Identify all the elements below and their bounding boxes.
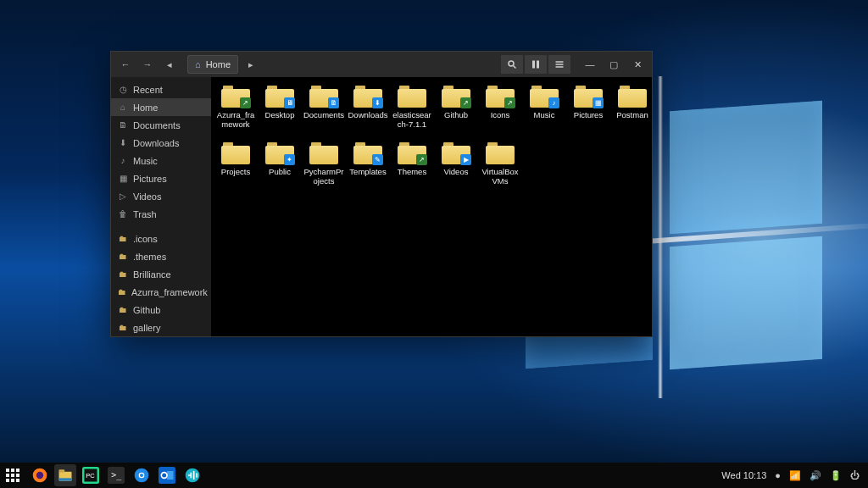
dock-pycharm[interactable]: PC — [80, 464, 102, 486]
folder-projects[interactable]: Projects — [214, 142, 257, 186]
sidebar-item-label: Pictures — [133, 174, 167, 184]
sidebar-bookmark--themes[interactable]: 🖿.themes — [111, 247, 211, 265]
maximize-button[interactable]: ▢ — [603, 55, 625, 74]
sidebar-item-label: .icons — [133, 234, 158, 244]
sidebar-item-documents[interactable]: 🗎Documents — [111, 116, 211, 134]
sidebar-item-label: gallery — [133, 323, 160, 333]
svg-rect-2 — [532, 61, 535, 69]
badge-icon: ✎ — [372, 154, 383, 165]
sidebar-bookmark-gallery[interactable]: 🖿gallery — [111, 319, 211, 336]
badge-icon: ▶ — [460, 154, 471, 165]
folder-public[interactable]: ✦ Public — [259, 142, 301, 186]
sidebar-item-videos[interactable]: ▷Videos — [111, 187, 211, 205]
folder-themes[interactable]: ↗ Themes — [391, 142, 433, 186]
sidebar-item-label: Github — [133, 305, 160, 315]
sidebar-item-label: Brilliance — [133, 269, 171, 280]
pic-icon: ▦ — [118, 174, 128, 183]
folder-virtualbox-vms[interactable]: VirtualBox VMs — [479, 142, 521, 186]
folder-downloads[interactable]: ⬇ Downloads — [347, 86, 389, 129]
folder-templates[interactable]: ✎ Templates — [347, 142, 389, 186]
folder-github[interactable]: ↗ Github — [435, 86, 477, 129]
svg-rect-11 — [59, 478, 72, 480]
badge-icon: ↗ — [416, 154, 427, 165]
badge-icon: ✦ — [284, 154, 295, 165]
view-toggle-button[interactable] — [525, 55, 547, 74]
sidebar-item-trash[interactable]: 🗑Trash — [111, 205, 211, 223]
folder-pycharmprojects[interactable]: PycharmProjects — [303, 142, 345, 186]
badge-icon: ♪ — [548, 97, 559, 108]
sidebar-bookmark-brilliance[interactable]: 🖿Brilliance — [111, 265, 211, 283]
path-bar[interactable]: ⌂ Home — [187, 55, 238, 74]
nav-forward-button[interactable]: → — [138, 55, 157, 74]
power-icon[interactable]: ⏻ — [850, 470, 860, 480]
nav-back-button[interactable]: ← — [116, 55, 135, 74]
folder-music[interactable]: ♪ Music — [523, 86, 565, 129]
folder-label: elasticsearch-7.1.1 — [391, 110, 433, 129]
svg-point-23 — [162, 474, 166, 478]
sidebar-bookmark--icons[interactable]: 🖿.icons — [111, 230, 211, 247]
battery-icon[interactable]: 🔋 — [830, 470, 842, 481]
folder-label: Documents — [303, 110, 344, 119]
folder-postman[interactable]: Postman — [611, 86, 652, 129]
taskbar: PC>_ Wed 10:13 ● 📶 🔊 🔋 ⏻ — [0, 463, 868, 488]
minimize-button[interactable]: — — [579, 55, 601, 74]
folder-icon: 🖿 — [118, 269, 128, 279]
sidebar-item-home[interactable]: ⌂Home — [111, 98, 211, 116]
sidebar-item-label: Trash — [133, 209, 157, 219]
sidebar-bookmark-github[interactable]: 🖿Github — [111, 301, 211, 319]
sidebar-item-label: Home — [133, 103, 158, 113]
folder-icon: 🖿 — [118, 305, 128, 314]
folder-desktop[interactable]: 🖥 Desktop — [259, 86, 301, 129]
clock[interactable]: Wed 10:13 — [721, 470, 766, 480]
dock-files[interactable] — [54, 464, 76, 486]
volume-icon[interactable]: 🔊 — [810, 470, 821, 481]
folder-label: VirtualBox VMs — [479, 167, 521, 186]
folder-azurra_framework[interactable]: ↗ Azurra_framework — [214, 86, 257, 129]
folder-pictures[interactable]: ▦ Pictures — [567, 86, 609, 129]
dock-outlook[interactable] — [156, 464, 178, 486]
sidebar-item-label: .themes — [133, 252, 166, 262]
folder-label: Downloads — [348, 110, 388, 119]
sidebar-item-music[interactable]: ♪Music — [111, 152, 211, 169]
folder-documents[interactable]: 🗎 Documents — [303, 86, 345, 129]
dock-audio[interactable] — [181, 464, 203, 486]
folder-label: Public — [269, 167, 291, 176]
folder-icon: ↗ — [221, 86, 250, 108]
svg-line-1 — [514, 66, 516, 69]
path-next-button[interactable]: ▸ — [242, 55, 260, 74]
status-dot-icon[interactable]: ● — [775, 470, 781, 480]
folder-elasticsearch-7-1-1[interactable]: elasticsearch-7.1.1 — [391, 86, 433, 129]
folder-label: Desktop — [265, 110, 295, 119]
folder-icon: ♪ — [530, 86, 559, 108]
svg-rect-3 — [537, 61, 539, 69]
folder-label: Templates — [349, 167, 386, 176]
sidebar-item-pictures[interactable]: ▦Pictures — [111, 169, 211, 187]
sidebar-bookmark-azurra_framework[interactable]: 🖿Azurra_framework — [111, 283, 211, 301]
network-icon[interactable]: 📶 — [789, 470, 801, 481]
close-button[interactable]: ✕ — [626, 55, 648, 74]
path-up-button[interactable]: ◂ — [160, 55, 179, 74]
folder-view: ↗ Azurra_framework 🖥 Desktop 🗎 Documents… — [211, 77, 652, 336]
sidebar-item-label: Videos — [133, 191, 161, 202]
svg-point-8 — [36, 472, 43, 479]
dock-firefox[interactable] — [29, 464, 51, 486]
folder-videos[interactable]: ▶ Videos — [435, 142, 477, 186]
sidebar-item-label: Azurra_framework — [131, 287, 208, 297]
clock-icon: ◷ — [118, 85, 128, 94]
folder-label: Icons — [491, 110, 510, 119]
dock-terminal[interactable]: >_ — [105, 464, 127, 486]
sidebar: ◷Recent⌂Home🗎Documents⬇Downloads♪Music▦P… — [111, 77, 211, 336]
svg-rect-21 — [167, 471, 174, 480]
folder-icons[interactable]: ↗ Icons — [479, 86, 521, 129]
search-button[interactable] — [501, 55, 523, 74]
folder-icon: ↗ — [398, 142, 426, 164]
sidebar-item-recent[interactable]: ◷Recent — [111, 80, 211, 98]
svg-point-19 — [140, 474, 143, 477]
badge-icon: 🗎 — [328, 97, 339, 108]
apps-menu-button[interactable] — [0, 463, 25, 488]
folder-label: Videos — [444, 167, 469, 176]
sidebar-item-downloads[interactable]: ⬇Downloads — [111, 134, 211, 152]
home-icon: ⌂ — [195, 59, 201, 69]
dock-chromium[interactable] — [131, 464, 153, 486]
hamburger-menu-button[interactable] — [548, 55, 570, 74]
